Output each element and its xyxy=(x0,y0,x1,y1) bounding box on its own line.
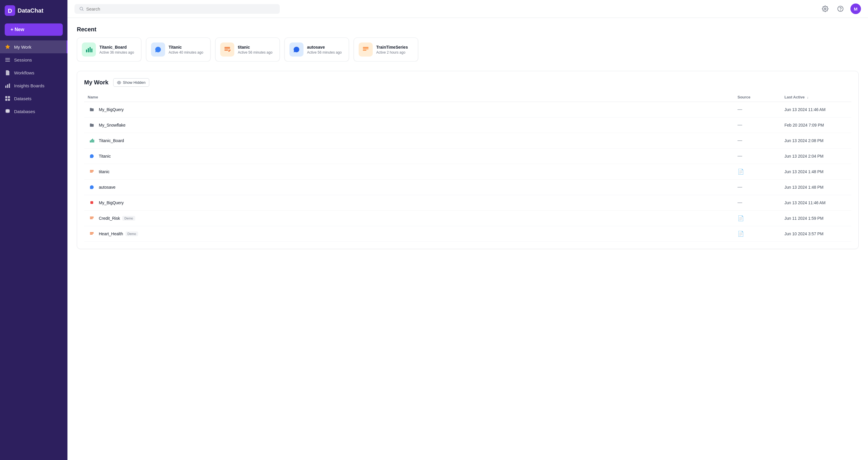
recent-card-titanic-board[interactable]: Titanic_Board Active 36 minutes ago xyxy=(77,37,141,62)
settings-button[interactable] xyxy=(820,3,831,14)
user-avatar[interactable]: M xyxy=(850,3,861,14)
mywork-header: My Work Show Hidden xyxy=(84,78,851,87)
cell-source: — xyxy=(734,133,781,149)
sidebar-label-workflows: Workflows xyxy=(14,70,34,75)
recent-card-titanic-lower[interactable]: titanic Active 56 minutes ago xyxy=(215,37,280,62)
sidebar-item-workflows[interactable]: Workflows xyxy=(0,66,67,79)
cell-last-active: Feb 20 2024 7:09 PM xyxy=(781,118,851,133)
cell-name: My_BigQuery xyxy=(84,195,734,211)
source-dash: — xyxy=(738,138,742,143)
header: M xyxy=(67,0,868,18)
cell-last-active: Jun 13 2024 2:08 PM xyxy=(781,133,851,149)
demo-badge: Demo xyxy=(122,216,135,221)
cell-last-active: Jun 13 2024 1:48 PM xyxy=(781,164,851,179)
cell-source: — xyxy=(734,102,781,118)
recent-title: Recent xyxy=(77,26,859,33)
cell-name: titanic xyxy=(84,164,734,179)
cell-last-active: Jun 13 2024 11:46 AM xyxy=(781,102,851,118)
row-type-icon xyxy=(88,183,96,191)
cell-last-active: Jun 13 2024 2:04 PM xyxy=(781,149,851,164)
recent-card-icon-traintimeseries xyxy=(359,42,373,57)
row-name: My_Snowflake xyxy=(99,123,125,127)
source-dash: — xyxy=(738,154,742,159)
table-row[interactable]: My_BigQuery — Jun 13 2024 11:46 AM xyxy=(84,195,851,211)
search-box[interactable] xyxy=(74,4,280,14)
cell-last-active: Jun 13 2024 11:46 AM xyxy=(781,195,851,211)
cell-name: Titanic xyxy=(84,149,734,164)
source-dash: — xyxy=(738,107,742,112)
row-type-icon xyxy=(88,230,96,238)
table-row[interactable]: Titanic — Jun 13 2024 2:04 PM xyxy=(84,149,851,164)
sidebar-item-databases[interactable]: Databases xyxy=(0,105,67,118)
recent-card-titanic[interactable]: Titanic Active 40 minutes ago xyxy=(146,37,211,62)
col-header-name: Name xyxy=(84,93,734,102)
cell-last-active: Jun 11 2024 1:59 PM xyxy=(781,211,851,226)
cell-source: 📄 xyxy=(734,211,781,226)
table-row[interactable]: autosave — Jun 13 2024 1:48 PM xyxy=(84,179,851,195)
svg-rect-4 xyxy=(5,61,10,62)
show-hidden-button[interactable]: Show Hidden xyxy=(113,78,149,87)
svg-line-14 xyxy=(83,10,84,11)
svg-rect-8 xyxy=(5,96,7,98)
recent-card-info-titanic: Titanic Active 40 minutes ago xyxy=(168,45,203,55)
col-header-last-active[interactable]: Last Active ↓ xyxy=(781,93,851,102)
recent-card-name-0: Titanic_Board xyxy=(99,45,134,50)
new-button[interactable]: + New xyxy=(5,24,63,36)
source-file-icon: 📄 xyxy=(738,169,744,175)
star-icon xyxy=(5,44,10,50)
svg-rect-22 xyxy=(224,47,230,48)
svg-rect-34 xyxy=(90,171,94,172)
svg-rect-31 xyxy=(92,139,93,143)
sidebar-label-datasets: Datasets xyxy=(14,96,31,101)
help-button[interactable] xyxy=(835,3,846,14)
recent-card-traintimeseries[interactable]: TrainTimeSeries Active 2 hours ago xyxy=(354,37,418,62)
sidebar-item-insights-boards[interactable]: Insights Boards xyxy=(0,79,67,92)
cell-source: 📄 xyxy=(734,164,781,179)
svg-rect-38 xyxy=(90,218,94,218)
row-name: titanic xyxy=(99,169,110,174)
eye-icon xyxy=(117,80,121,85)
svg-rect-42 xyxy=(90,234,93,235)
table-row[interactable]: Titanic_Board — Jun 13 2024 2:08 PM xyxy=(84,133,851,149)
svg-rect-30 xyxy=(91,139,92,142)
table-row[interactable]: titanic 📄 Jun 13 2024 1:48 PM xyxy=(84,164,851,179)
row-type-icon xyxy=(88,214,96,222)
bar-chart-icon xyxy=(5,83,10,89)
row-name: Titanic_Board xyxy=(99,138,124,143)
sidebar-item-datasets[interactable]: Datasets xyxy=(0,92,67,105)
sidebar-item-sessions[interactable]: Sessions xyxy=(0,53,67,66)
svg-rect-37 xyxy=(90,217,94,217)
source-file-icon: 📄 xyxy=(738,231,744,237)
sidebar-nav: My Work Sessions Workflows Insights Bo xyxy=(0,40,67,118)
table-row[interactable]: My_Snowflake — Feb 20 2024 7:09 PM xyxy=(84,118,851,133)
svg-text:D: D xyxy=(8,8,12,14)
help-icon xyxy=(837,6,844,12)
cell-name: Heart_Health Demo xyxy=(84,226,734,242)
recent-card-autosave[interactable]: autosave Active 56 minutes ago xyxy=(284,37,349,62)
recent-card-name-4: TrainTimeSeries xyxy=(376,45,408,50)
row-type-icon xyxy=(88,121,96,129)
table-row[interactable]: Heart_Health Demo 📄 Jun 10 2024 3:57 PM xyxy=(84,226,851,242)
recent-cards: Titanic_Board Active 36 minutes ago Tita… xyxy=(77,37,859,62)
cell-source: — xyxy=(734,118,781,133)
row-type-icon xyxy=(88,199,96,207)
svg-rect-23 xyxy=(224,48,230,49)
sort-arrow: ↓ xyxy=(807,96,809,99)
recent-card-name-1: Titanic xyxy=(168,45,203,50)
recent-card-info-traintimeseries: TrainTimeSeries Active 2 hours ago xyxy=(376,45,408,55)
sidebar-item-my-work[interactable]: My Work xyxy=(0,40,67,53)
svg-rect-25 xyxy=(363,47,368,48)
table-row[interactable]: Credit_Risk Demo 📄 Jun 11 2024 1:59 PM xyxy=(84,211,851,226)
table-row[interactable]: My_BigQuery — Jun 13 2024 11:46 AM xyxy=(84,102,851,118)
main-area: M Recent Titanic_Board Active 36 minutes… xyxy=(67,0,868,460)
svg-rect-32 xyxy=(94,140,94,143)
recent-card-icon-titanic-board xyxy=(82,42,96,57)
search-input[interactable] xyxy=(86,6,275,11)
cell-source: 📄 xyxy=(734,226,781,242)
svg-rect-41 xyxy=(90,233,94,234)
row-name: autosave xyxy=(99,185,116,190)
svg-rect-18 xyxy=(86,50,87,53)
mywork-section: My Work Show Hidden Name xyxy=(77,71,859,249)
recent-card-icon-titanic xyxy=(151,42,165,57)
svg-rect-2 xyxy=(5,58,10,59)
